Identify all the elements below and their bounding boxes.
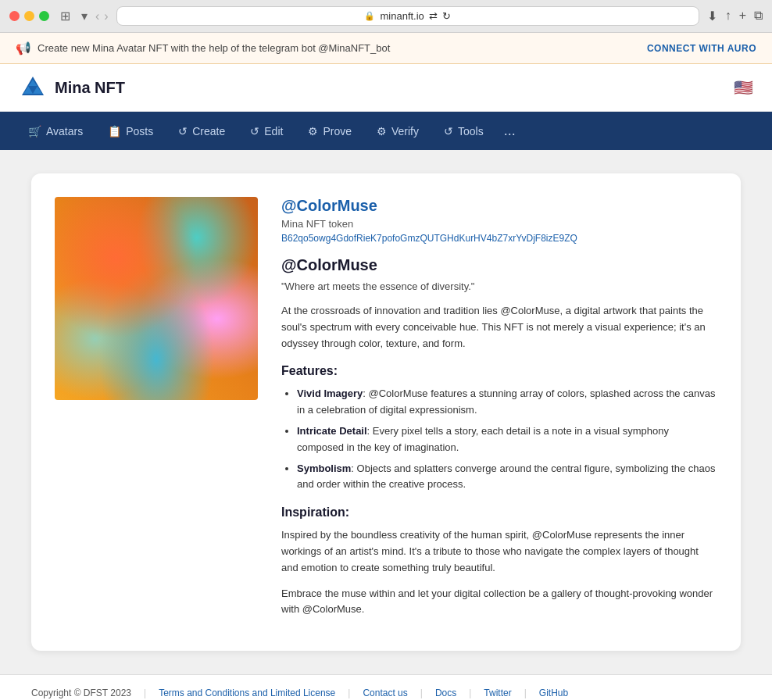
nav-item-verify[interactable]: ⚙ Verify (364, 114, 431, 148)
nft-artwork-inner (55, 197, 258, 400)
inspiration-title: Inspiration: (281, 505, 717, 520)
nft-handle-blue: @ColorMuse (281, 197, 717, 215)
back-button[interactable]: ‹ (95, 9, 99, 23)
footer-sep-4: | (469, 688, 471, 698)
nft-token-address[interactable]: B62qo5owg4GdofRieK7pofoGmzQUTGHdKurHV4bZ… (281, 233, 717, 244)
create-icon: ↺ (178, 125, 188, 138)
features-title: Features: (281, 364, 717, 378)
nav-label-edit: Edit (264, 125, 283, 138)
nft-description: At the crossroads of innovation and trad… (281, 303, 717, 352)
footer-terms-link[interactable]: Terms and Conditions and Limited License (159, 688, 335, 698)
nav-item-tools[interactable]: ↺ Tools (431, 114, 496, 148)
footer-sep-2: | (348, 688, 350, 698)
nav-item-edit[interactable]: ↺ Edit (238, 114, 295, 148)
nav-label-create: Create (192, 125, 225, 138)
nav-label-tools: Tools (458, 125, 484, 138)
feature-item-symbolism: Symbolism: Objects and splatters converg… (297, 461, 717, 494)
feature-text-symbolism: : Objects and splatters converge around … (297, 462, 715, 491)
nft-card: @ColorMuse Mina NFT token B62qo5owg4Gdof… (31, 173, 741, 651)
forward-button[interactable]: › (104, 9, 108, 23)
logo-area: Mina NFT (19, 73, 125, 102)
inspiration-text-2: Embrace the muse within and let your dig… (281, 586, 717, 619)
sidebar-toggle[interactable]: ⊞ (60, 9, 70, 23)
connect-with-auro-button[interactable]: CONNECT WITH AURO (647, 43, 756, 54)
tools-icon: ↺ (444, 125, 453, 138)
nav-label-avatars: Avatars (46, 125, 83, 138)
nav-label-prove: Prove (323, 125, 352, 138)
posts-icon: 📋 (108, 125, 121, 138)
main-content: @ColorMuse Mina NFT token B62qo5owg4Gdof… (0, 150, 772, 674)
traffic-lights (9, 11, 49, 21)
nav-label-posts: Posts (126, 125, 153, 138)
edit-icon: ↺ (250, 125, 259, 138)
feature-item-vivid: Vivid Imagery: @ColorMuse features a stu… (297, 386, 717, 419)
nft-image-area (55, 197, 258, 627)
feature-bold-intricate: Intricate Detail (297, 425, 367, 437)
feature-item-intricate: Intricate Detail: Every pixel tells a st… (297, 423, 717, 456)
nav-more-button[interactable]: ... (496, 112, 524, 150)
download-icon[interactable]: ⬇ (707, 9, 717, 23)
tabs-icon[interactable]: ⧉ (754, 9, 763, 23)
nft-quote: "Where art meets the essence of diversit… (281, 280, 717, 292)
browser-chrome: ⊞ ▾ ‹ › 🔒 minanft.io ⇄ ↻ ⬇ ↑ + ⧉ (0, 0, 772, 33)
address-bar[interactable]: 🔒 minanft.io ⇄ ↻ (116, 6, 699, 26)
feature-bold-symbolism: Symbolism (297, 462, 351, 474)
browser-actions: ⬇ ↑ + ⧉ (707, 9, 763, 23)
nav-item-prove[interactable]: ⚙ Prove (295, 114, 364, 148)
footer-sep-5: | (524, 688, 527, 698)
nav-label-verify: Verify (391, 125, 419, 138)
browser-nav: ‹ › (95, 9, 109, 23)
footer-contact-link[interactable]: Contact us (363, 688, 407, 698)
nav-item-posts[interactable]: 📋 Posts (95, 114, 166, 148)
features-list: Vivid Imagery: @ColorMuse features a stu… (281, 386, 717, 493)
inspiration-text-1: Inspired by the boundless creativity of … (281, 527, 717, 576)
top-banner: 📢 Create new Mina Avatar NFT with the he… (0, 33, 772, 64)
main-navigation: 🛒 Avatars 📋 Posts ↺ Create ↺ Edit ⚙ Prov… (0, 112, 772, 150)
verify-icon: ⚙ (377, 125, 387, 138)
nft-artwork-image (55, 197, 258, 400)
nav-item-avatars[interactable]: 🛒 Avatars (16, 114, 95, 148)
language-flag[interactable]: 🇺🇸 (734, 78, 753, 97)
maximize-button[interactable] (39, 11, 49, 21)
new-tab-icon[interactable]: + (739, 9, 746, 23)
megaphone-icon: 📢 (16, 41, 31, 55)
lock-icon: 🔒 (364, 11, 375, 21)
avatars-icon: 🛒 (28, 125, 41, 138)
nft-token-label: Mina NFT token (281, 218, 717, 230)
site-footer: Copyright © DFST 2023 | Terms and Condit… (0, 674, 772, 700)
site-logo-text: Mina NFT (55, 79, 125, 97)
banner-message: Create new Mina Avatar NFT with the help… (38, 42, 390, 54)
footer-copyright: Copyright © DFST 2023 (31, 688, 131, 698)
footer-sep-1: | (144, 688, 146, 698)
footer-github-link[interactable]: GitHub (539, 688, 568, 698)
minimize-button[interactable] (24, 11, 34, 21)
banner-left: 📢 Create new Mina Avatar NFT with the he… (16, 41, 390, 55)
mina-logo-icon (19, 73, 47, 102)
close-button[interactable] (9, 11, 20, 21)
nft-handle-dark: @ColorMuse (281, 256, 717, 274)
nft-details: @ColorMuse Mina NFT token B62qo5owg4Gdof… (281, 197, 717, 627)
url-text: minanft.io (380, 10, 424, 22)
chevron-down-icon: ▾ (81, 9, 88, 23)
footer-docs-link[interactable]: Docs (435, 688, 456, 698)
site-header: Mina NFT 🇺🇸 (0, 64, 772, 112)
nav-item-create[interactable]: ↺ Create (166, 114, 238, 148)
share-icon[interactable]: ↑ (725, 9, 731, 23)
prove-icon: ⚙ (308, 125, 318, 138)
footer-twitter-link[interactable]: Twitter (484, 688, 511, 698)
refresh-icon[interactable]: ↻ (442, 10, 451, 22)
feature-bold-vivid: Vivid Imagery (297, 388, 363, 399)
footer-sep-3: | (420, 688, 423, 698)
translate-icon: ⇄ (429, 10, 438, 22)
